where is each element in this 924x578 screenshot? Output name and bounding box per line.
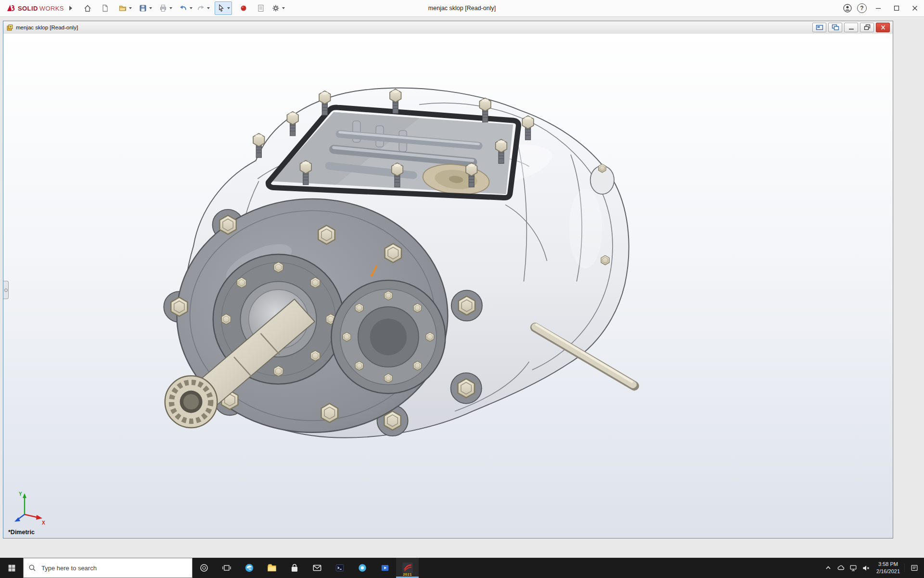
app-titlebar: SOLIDWORKS [0, 0, 924, 17]
orientation-triad: Y X [10, 488, 49, 526]
file-explorer-icon [267, 563, 277, 573]
action-center-button[interactable] [904, 564, 924, 572]
brand-flyout-arrow-icon[interactable] [69, 6, 72, 11]
home-button[interactable] [79, 1, 96, 15]
mdi-background: menjac sklop [Read-only] [0, 17, 924, 558]
ds-logo-icon [6, 3, 16, 13]
onedrive-button[interactable] [834, 558, 847, 578]
mail-icon [312, 563, 322, 573]
quick-access-toolbar [79, 1, 287, 15]
solidworks-taskbar-button[interactable]: 2021 [396, 558, 419, 578]
open-folder-icon [118, 4, 127, 13]
document-restore-button[interactable] [860, 23, 874, 32]
search-icon [28, 564, 36, 572]
movies-tv-button[interactable] [373, 558, 396, 578]
minimize-icon [875, 5, 881, 11]
triad-y-label: Y [19, 491, 22, 497]
undo-button[interactable] [177, 1, 194, 15]
red-sphere-icon [239, 4, 248, 13]
document-title: menjac sklop [Read-only] [16, 25, 78, 30]
chevron-down-icon[interactable] [129, 7, 132, 9]
app-close-button[interactable] [906, 0, 924, 16]
account-button[interactable] [840, 0, 855, 16]
open-button[interactable] [116, 1, 134, 15]
file-explorer-button[interactable] [260, 558, 283, 578]
chevron-up-icon [824, 564, 832, 572]
triad-x-label: X [42, 520, 45, 525]
new-document-button[interactable] [96, 1, 114, 15]
app-maximize-button[interactable] [887, 0, 906, 16]
document-close-button[interactable] [876, 23, 890, 32]
gearbox-3d-model [3, 34, 893, 538]
network-button[interactable] [847, 558, 860, 578]
help-button[interactable]: ? [855, 0, 869, 16]
task-view-icon [222, 563, 231, 573]
system-tray: 3:58 PM 2/16/2021 [822, 558, 924, 578]
select-button[interactable] [215, 1, 232, 15]
document-window-controls [810, 23, 890, 32]
document-settings-button[interactable] [252, 1, 270, 15]
home-icon [83, 4, 92, 13]
taskbar-search[interactable] [23, 558, 192, 578]
windows-logo-icon [8, 564, 16, 572]
chevron-down-icon[interactable] [207, 7, 210, 9]
clock-time: 3:58 PM [876, 561, 900, 568]
edge-button[interactable] [238, 558, 260, 578]
cortana-button[interactable] [192, 558, 215, 578]
undo-icon [179, 4, 188, 13]
chevron-down-icon[interactable] [282, 7, 285, 9]
network-display-icon [849, 564, 858, 572]
brand-text-light: WORKS [39, 5, 64, 12]
tile-window-icon [816, 24, 823, 31]
minimize-icon [847, 24, 855, 31]
hidden-icons-button[interactable] [822, 558, 834, 578]
chevron-down-icon[interactable] [190, 7, 192, 9]
save-icon [139, 4, 147, 13]
solidworks-logo[interactable]: SOLIDWORKS [6, 3, 72, 13]
float-window-button[interactable] [828, 23, 842, 32]
store-button[interactable] [283, 558, 306, 578]
options-button[interactable] [270, 1, 287, 15]
side-cover [331, 280, 445, 394]
screen: SOLIDWORKS [0, 0, 924, 578]
3dexperience-button[interactable] [235, 1, 252, 15]
clock-date: 2/16/2021 [876, 568, 900, 575]
view-orientation-label: *Dimetric [8, 529, 35, 536]
volume-muted-icon [861, 564, 871, 573]
redo-icon [196, 4, 205, 13]
close-icon [912, 5, 918, 11]
photos-icon [357, 563, 368, 573]
chevron-down-icon[interactable] [169, 7, 172, 9]
chevron-down-icon[interactable] [227, 7, 230, 9]
taskbar: 2021 [0, 558, 924, 578]
cortana-icon [199, 563, 209, 573]
gearbox-model [164, 88, 634, 438]
chevron-down-icon[interactable] [149, 7, 152, 9]
float-window-icon [832, 24, 839, 31]
print-button[interactable] [157, 1, 174, 15]
taskbar-clock[interactable]: 3:58 PM 2/16/2021 [872, 561, 904, 575]
solidworks-version-badge: 2021 [396, 572, 419, 577]
start-button[interactable] [0, 558, 23, 578]
tile-window-button[interactable] [812, 23, 826, 32]
collapsed-tab-dot-icon [4, 289, 8, 292]
redo-button[interactable] [194, 1, 212, 15]
user-account-icon [843, 3, 852, 13]
featuremanager-collapsed-tab[interactable] [3, 281, 9, 299]
titlebar-right-controls: ? [840, 0, 924, 16]
cloud-icon [836, 564, 845, 572]
volume-button[interactable] [860, 558, 872, 578]
save-button[interactable] [137, 1, 154, 15]
photos-button[interactable] [351, 558, 373, 578]
action-center-icon [910, 564, 919, 572]
terminal-button[interactable] [328, 558, 351, 578]
graphics-viewport[interactable]: Y X *Dimetric [3, 34, 893, 538]
document-minimize-button[interactable] [844, 23, 858, 32]
mail-button[interactable] [306, 558, 328, 578]
search-input[interactable] [40, 564, 187, 572]
task-view-button[interactable] [215, 558, 238, 578]
restore-icon [863, 24, 871, 31]
new-document-icon [101, 4, 109, 13]
app-minimize-button[interactable] [869, 0, 887, 16]
close-icon [879, 24, 887, 31]
